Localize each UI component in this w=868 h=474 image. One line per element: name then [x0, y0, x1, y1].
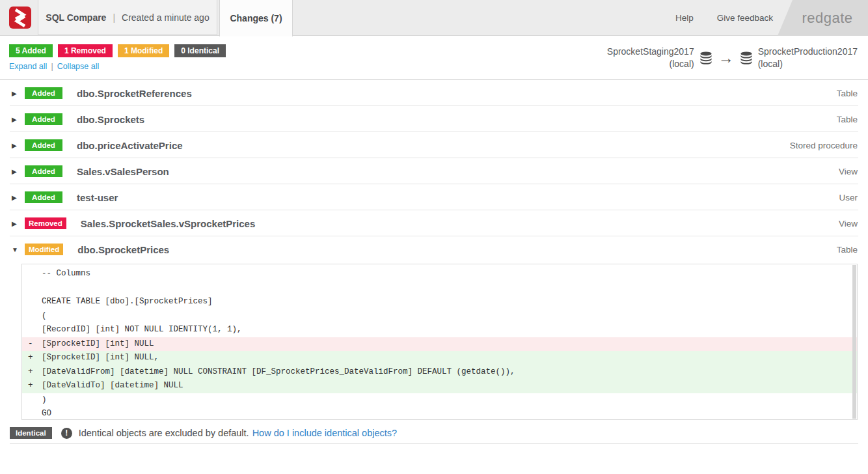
- sql-diff-panel: -- Columns CREATE TABLE [dbo].[SprocketP…: [21, 264, 858, 420]
- sql-diff-line: ): [22, 393, 857, 408]
- expand-caret-icon[interactable]: [12, 116, 21, 123]
- redgate-brand-block: redgate: [778, 0, 868, 36]
- diff-prefix: [28, 295, 42, 309]
- session-tab[interactable]: SQL Compare | Created a minute ago: [38, 0, 217, 35]
- object-name: Sales.SprocketSales.vSprocketPrices: [81, 218, 256, 229]
- header-bar: SQL Compare | Created a minute ago Chang…: [0, 0, 868, 36]
- change-row[interactable]: Added Sales.vSalesPerson View: [0, 158, 868, 184]
- change-row[interactable]: Added dbo.Sprockets Table: [0, 106, 868, 132]
- status-badge: Modified: [25, 244, 63, 255]
- database-icon: [739, 51, 753, 64]
- help-link[interactable]: Help: [675, 13, 694, 23]
- diff-prefix: -: [28, 337, 42, 352]
- object-name: dbo.priceActivatePrice: [77, 140, 183, 151]
- diff-prefix: +: [28, 365, 42, 380]
- diff-prefix: [28, 323, 42, 337]
- expand-caret-icon[interactable]: [12, 246, 21, 253]
- sql-compare-logo-icon: [9, 7, 31, 29]
- target-database-name: SprocketProduction2017: [758, 46, 858, 58]
- identical-badge: Identical: [10, 427, 52, 439]
- diff-text: CREATE TABLE [dbo].[SprocketPrices]: [42, 297, 213, 306]
- sql-diff-line: +[SprocketID] [int] NULL,: [22, 351, 857, 365]
- diff-scrollbar[interactable]: [852, 265, 856, 419]
- object-type: Stored procedure: [790, 141, 858, 150]
- summary-count-badge: 0 Identical: [174, 44, 226, 57]
- expand-caret-icon[interactable]: [12, 220, 21, 227]
- status-badge: Added: [25, 87, 62, 99]
- object-type: Table: [837, 115, 858, 124]
- diff-text: ): [42, 395, 47, 404]
- change-row[interactable]: Modified dbo.SprocketPrices Table: [0, 236, 868, 262]
- expand-collapse-links: Expand all|Collapse all: [9, 62, 99, 71]
- expand-caret-icon[interactable]: [12, 168, 21, 175]
- give-feedback-link[interactable]: Give feedback: [717, 13, 773, 23]
- diff-text: [SprocketID] [int] NULL,: [42, 353, 159, 362]
- diff-text: [RecordID] [int] NOT NULL IDENTITY(1, 1)…: [42, 325, 242, 334]
- expand-caret-icon[interactable]: [12, 194, 21, 201]
- diff-prefix: [28, 393, 42, 408]
- database-icon: [699, 51, 713, 64]
- expand-caret-icon[interactable]: [12, 90, 21, 97]
- diff-text: [DateValidTo] [datetime] NULL: [42, 381, 183, 390]
- include-identical-link[interactable]: How do I include identical objects?: [252, 428, 397, 438]
- link-separator: |: [51, 62, 53, 71]
- sql-diff-line: -- Columns: [22, 267, 857, 281]
- change-row[interactable]: Added dbo.SprocketReferences Table: [0, 80, 868, 106]
- sql-diff-line: [22, 281, 857, 296]
- title-divider: |: [113, 12, 115, 23]
- diff-prefix: [28, 267, 42, 281]
- summary-count-badge: 5 Added: [9, 44, 53, 57]
- sql-diff-line: GO: [22, 407, 857, 420]
- status-badge: Added: [25, 191, 62, 203]
- changes-list: Added dbo.SprocketReferences Table Added…: [0, 80, 868, 262]
- info-icon: !: [61, 428, 72, 439]
- summary-count-badge: 1 Modified: [118, 44, 169, 57]
- object-name: dbo.SprocketReferences: [77, 88, 192, 99]
- status-badge: Added: [25, 139, 62, 151]
- object-type: Table: [837, 245, 858, 255]
- target-database: SprocketProduction2017 (local): [758, 46, 858, 70]
- diff-text: [DateValidFrom] [datetime] NULL CONSTRAI…: [42, 367, 515, 376]
- sql-diff-line: +[DateValidFrom] [datetime] NULL CONSTRA…: [22, 365, 857, 380]
- diff-text: [SprocketID] [int] NULL: [42, 339, 154, 348]
- collapse-all-link[interactable]: Collapse all: [57, 62, 100, 71]
- status-badge: Added: [25, 113, 62, 125]
- diff-prefix: [28, 407, 42, 420]
- arrow-right-icon: →: [718, 50, 734, 66]
- diff-prefix: +: [28, 379, 42, 393]
- object-name: Sales.vSalesPerson: [77, 166, 169, 177]
- diff-prefix: [28, 281, 42, 296]
- object-type: View: [839, 219, 858, 229]
- object-type: Table: [837, 89, 858, 98]
- summary-badges: 5 Added 1 Removed 1 Modified 0 Identical: [9, 44, 226, 57]
- source-database-location: (local): [607, 58, 694, 70]
- diff-text: GO: [42, 409, 51, 418]
- change-row[interactable]: Added test-user User: [0, 184, 868, 210]
- object-name: dbo.Sprockets: [77, 114, 144, 125]
- change-row[interactable]: Added dbo.priceActivatePrice Stored proc…: [0, 132, 868, 158]
- sql-diff-line: CREATE TABLE [dbo].[SprocketPrices]: [22, 295, 857, 309]
- status-badge: Removed: [25, 217, 66, 229]
- target-database-location: (local): [758, 58, 858, 70]
- source-database: SprocketStaging2017 (local): [607, 46, 694, 70]
- identical-note-row: Identical ! Identical objects are exclud…: [0, 422, 868, 444]
- expand-caret-icon[interactable]: [12, 142, 21, 149]
- diff-text: (: [42, 311, 47, 320]
- sql-diff-line: (: [22, 309, 857, 324]
- object-type: User: [839, 193, 858, 202]
- source-database-name: SprocketStaging2017: [607, 46, 694, 58]
- object-name: dbo.SprocketPrices: [77, 244, 169, 255]
- tab-changes[interactable]: Changes (7): [219, 0, 293, 36]
- object-type: View: [839, 167, 858, 176]
- change-row[interactable]: Removed Sales.SprocketSales.vSprocketPri…: [0, 210, 868, 236]
- sql-diff-line: [RecordID] [int] NOT NULL IDENTITY(1, 1)…: [22, 323, 857, 337]
- sql-diff-line: -[SprocketID] [int] NULL: [22, 337, 857, 352]
- diff-prefix: +: [28, 351, 42, 365]
- session-created-label: Created a minute ago: [122, 12, 210, 23]
- header-links: Help Give feedback: [675, 0, 773, 36]
- redgate-logo: redgate: [793, 10, 852, 27]
- identical-note-text: Identical objects are excluded by defaul…: [79, 428, 249, 438]
- sql-diff-line: +[DateValidTo] [datetime] NULL: [22, 379, 857, 393]
- expand-all-link[interactable]: Expand all: [9, 62, 47, 71]
- diff-text: -- Columns: [42, 269, 90, 278]
